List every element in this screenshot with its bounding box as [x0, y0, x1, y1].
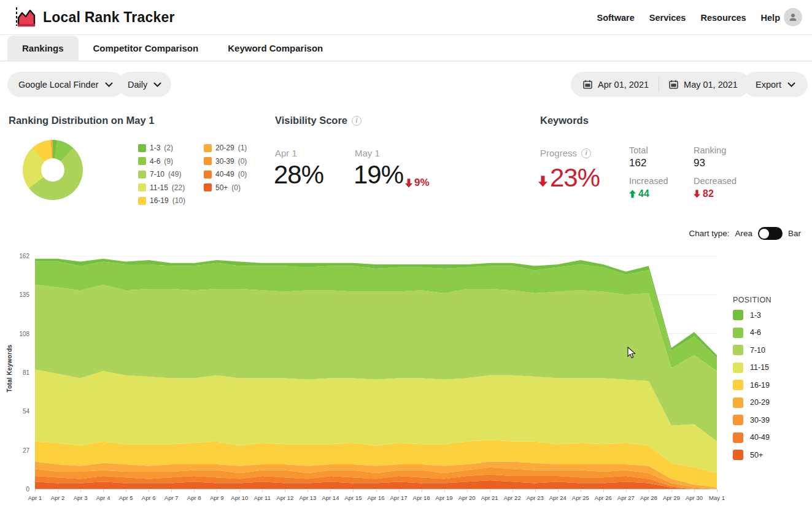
legend-swatch: [204, 171, 212, 179]
x-tick-label: Apr 12: [274, 494, 295, 501]
legend-label: 7-10: [150, 170, 164, 179]
nav-resources[interactable]: Resources: [700, 13, 746, 23]
legend-label: 4-6: [150, 157, 160, 166]
distribution-legend-item: 50+(0): [204, 183, 247, 192]
keywords-stat-column: Ranking 93 Decreased 82: [694, 145, 755, 199]
x-tick-label: Apr 25: [570, 494, 591, 501]
y-tick-label: 0: [0, 486, 29, 493]
x-tick-mark: [376, 490, 377, 492]
position-legend-items: 1-34-67-1011-1516-1920-2930-3940-4950+: [733, 310, 771, 460]
visibility-delta: 9%: [405, 177, 430, 189]
x-tick-label: Apr 9: [206, 494, 227, 501]
legend-label: 50+: [750, 451, 763, 459]
arrow-down-icon: [405, 179, 412, 188]
stat-label: Ranking: [694, 145, 755, 155]
decreased-count: 82: [703, 188, 714, 199]
calendar-icon: [669, 80, 678, 89]
y-axis-title: Total Keywords: [6, 342, 13, 396]
legend-label: 30-39: [215, 157, 234, 166]
legend-label: 16-19: [750, 381, 770, 390]
legend-swatch: [138, 171, 146, 179]
nav-help[interactable]: Help: [761, 13, 780, 23]
distribution-title: Ranking Distribution on May 1: [9, 115, 154, 126]
x-tick-mark: [581, 490, 581, 492]
legend-swatch: [138, 144, 146, 152]
legend-swatch: [733, 345, 743, 355]
chevron-down-icon: [105, 82, 113, 87]
stat-label: Increased: [629, 176, 690, 186]
position-legend-item: 30-39: [733, 415, 771, 425]
tab-bar: Rankings Competitor Comparison Keyword C…: [0, 35, 812, 61]
x-tick-label: Apr 16: [366, 494, 387, 501]
x-tick-mark: [58, 490, 58, 492]
x-tick-mark: [262, 490, 263, 492]
x-tick-label: Apr 1: [25, 494, 45, 501]
legend-count: (49): [168, 170, 181, 179]
legend-count: (2): [164, 144, 173, 152]
position-legend-item: 20-29: [733, 398, 771, 408]
distribution-legend-column-1: 1-3(2)4-6(9)7-10(49)11-15(22)16-19(10): [138, 144, 185, 205]
visibility-delta-value: 9%: [414, 177, 430, 189]
visibility-date-2: May 1: [355, 148, 380, 158]
y-tick-label: 162: [0, 253, 29, 259]
position-legend-title: POSITION: [733, 296, 771, 304]
start-date-value: Apr 01, 2021: [598, 80, 649, 90]
export-button[interactable]: Export: [743, 72, 808, 97]
user-avatar[interactable]: [784, 8, 802, 26]
x-tick-label: Apr 18: [411, 494, 432, 501]
rank-chart-logo-icon: [14, 6, 37, 29]
date-divider: [659, 77, 659, 92]
tab-keyword-comparison[interactable]: Keyword Comparison: [213, 36, 338, 61]
x-tick-label: Apr 22: [502, 494, 523, 501]
legend-swatch: [204, 157, 212, 165]
nav-services[interactable]: Services: [649, 13, 686, 23]
chart-type-option-area[interactable]: Area: [735, 229, 752, 238]
nav-software[interactable]: Software: [597, 13, 635, 23]
y-tick-label: 54: [0, 408, 29, 415]
x-tick-mark: [694, 490, 695, 492]
x-tick-label: Apr 4: [93, 494, 114, 501]
info-icon[interactable]: i: [352, 116, 362, 126]
x-tick-mark: [126, 490, 126, 492]
x-tick-mark: [239, 490, 240, 492]
legend-swatch: [733, 398, 743, 408]
x-tick-label: Apr 30: [684, 494, 705, 501]
legend-count: (22): [172, 183, 185, 192]
date-range-picker: Apr 01, 2021 May 01, 2021: [571, 72, 750, 97]
x-tick-mark: [217, 490, 217, 492]
x-tick-mark: [649, 490, 649, 492]
legend-label: 1-3: [150, 144, 160, 152]
person-icon: [788, 12, 798, 22]
position-legend-item: 1-3: [733, 310, 771, 320]
legend-swatch: [733, 450, 743, 460]
mouse-cursor: [627, 347, 636, 359]
tab-competitor-comparison[interactable]: Competitor Comparison: [79, 36, 214, 61]
legend-swatch: [733, 380, 743, 390]
x-tick-mark: [422, 490, 422, 492]
x-tick-label: Apr 13: [297, 494, 318, 501]
start-date-field[interactable]: Apr 01, 2021: [583, 80, 649, 90]
x-tick-label: Apr 19: [434, 494, 455, 501]
distribution-legend-item: 1-3(2): [138, 144, 185, 152]
frequency-dropdown[interactable]: Daily: [118, 72, 171, 97]
x-tick-mark: [603, 490, 604, 492]
position-legend: POSITION 1-34-67-1011-1516-1920-2930-394…: [733, 296, 771, 467]
legend-swatch: [733, 310, 743, 320]
x-tick-mark: [103, 490, 104, 492]
legend-swatch: [733, 432, 743, 443]
info-icon[interactable]: i: [581, 148, 591, 158]
app-logo[interactable]: Local Rank Tracker: [14, 6, 175, 29]
position-legend-item: 40-49: [733, 432, 771, 443]
tab-rankings[interactable]: Rankings: [7, 36, 79, 61]
search-engine-value: Google Local Finder: [18, 80, 99, 90]
decreased-value: 82: [694, 188, 755, 199]
x-tick-label: Apr 20: [457, 494, 478, 501]
legend-count: (0): [238, 170, 247, 179]
search-engine-dropdown[interactable]: Google Local Finder: [7, 72, 124, 97]
chart-type-option-bar[interactable]: Bar: [788, 229, 801, 238]
chart-type-toggle[interactable]: [758, 227, 783, 240]
arrow-down-icon: [538, 175, 547, 187]
end-date-field[interactable]: May 01, 2021: [669, 80, 738, 90]
legend-swatch: [733, 363, 743, 373]
x-tick-label: Apr 7: [161, 494, 182, 501]
